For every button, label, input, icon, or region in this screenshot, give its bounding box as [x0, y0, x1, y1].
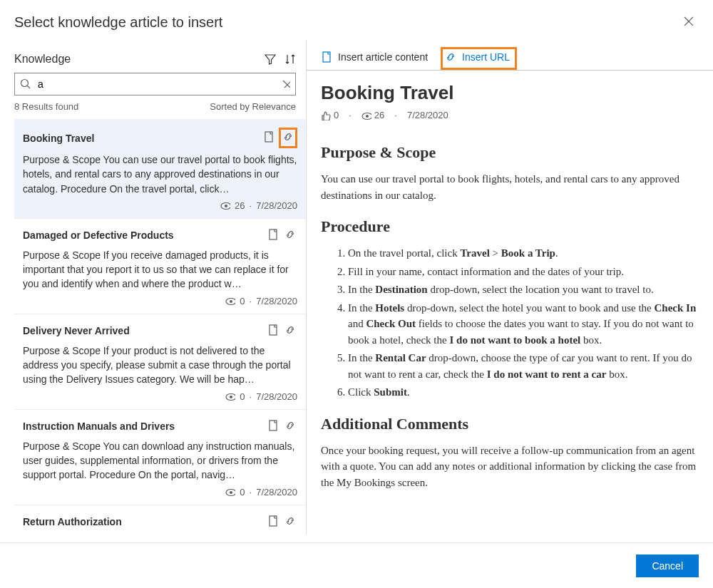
- procedure-list: On the travel portal, click Travel > Boo…: [321, 245, 699, 401]
- result-snippet: Purpose & Scope If you receive damaged p…: [23, 248, 297, 292]
- article-title: Booking Travel: [321, 82, 699, 104]
- document-icon: [267, 515, 279, 527]
- link-icon: [284, 420, 296, 431]
- result-date: 7/28/2020: [256, 296, 297, 306]
- result-title: Damaged or Defective Products: [23, 229, 174, 241]
- tab-insert-url[interactable]: Insert URL: [441, 47, 517, 70]
- link-icon: [284, 515, 296, 527]
- result-views: 26: [235, 200, 245, 211]
- insert-content-button[interactable]: [267, 229, 279, 242]
- eye-icon: [220, 200, 230, 210]
- result-views: 0: [240, 391, 245, 402]
- result-card[interactable]: Delivery Never Arrived Purpose & Scope I…: [14, 314, 306, 410]
- insert-url-button[interactable]: [283, 514, 297, 530]
- insert-content-button[interactable]: [267, 324, 279, 338]
- document-icon: [321, 51, 332, 63]
- insert-url-button[interactable]: [279, 128, 297, 148]
- tab-label: Insert URL: [462, 51, 510, 63]
- document-icon: [267, 420, 279, 431]
- result-views: 0: [240, 487, 245, 497]
- result-title: Booking Travel: [23, 133, 94, 144]
- link-icon: [284, 324, 296, 336]
- results-list[interactable]: Booking Travel Purpose & Scope You can u…: [14, 119, 306, 535]
- insert-content-button[interactable]: [263, 131, 275, 145]
- result-snippet: Purpose & Scope You can download any ins…: [23, 439, 297, 483]
- dialog-title: Select knowledge article to insert: [14, 14, 222, 31]
- insert-url-button[interactable]: [283, 418, 297, 435]
- close-button[interactable]: [680, 13, 696, 31]
- eye-icon: [225, 487, 235, 497]
- result-card[interactable]: Instruction Manuals and Drivers Purpose …: [14, 410, 306, 505]
- result-date: 7/28/2020: [256, 391, 297, 402]
- link-icon: [284, 229, 296, 240]
- document-icon: [267, 324, 279, 336]
- eye-icon: [225, 296, 235, 306]
- result-date: 7/28/2020: [256, 200, 297, 211]
- article-likes: 0: [321, 110, 339, 120]
- link-icon: [445, 51, 456, 63]
- result-snippet: Purpose & Scope You can use our travel p…: [23, 153, 297, 196]
- result-title: Delivery Never Arrived: [23, 325, 130, 336]
- tab-insert-content[interactable]: Insert article content: [317, 47, 435, 70]
- result-card[interactable]: Booking Travel Purpose & Scope You can u…: [14, 119, 306, 219]
- result-snippet: Purpose & Scope If your product is not d…: [23, 344, 297, 387]
- result-card[interactable]: Damaged or Defective Products Purpose & …: [14, 219, 306, 314]
- panel-title: Knowledge: [14, 53, 71, 66]
- search-icon: [20, 78, 31, 90]
- result-title: Return Authorization: [23, 516, 122, 527]
- eye-icon: [361, 110, 371, 120]
- thumb-icon: [321, 110, 331, 120]
- link-icon: [282, 131, 294, 143]
- document-icon: [267, 229, 279, 240]
- result-date: 7/28/2020: [256, 487, 297, 497]
- results-count: 8 Results found: [14, 101, 78, 112]
- article-views: 26: [361, 110, 384, 120]
- close-icon: [683, 16, 693, 26]
- result-title: Instruction Manuals and Drivers: [23, 421, 175, 432]
- result-views: 0: [240, 296, 245, 306]
- filter-icon[interactable]: [265, 53, 276, 65]
- article-date: 7/28/2020: [407, 110, 448, 120]
- document-icon: [263, 131, 275, 143]
- insert-url-button[interactable]: [283, 227, 297, 244]
- close-icon: [282, 79, 290, 88]
- clear-search-button[interactable]: [282, 78, 290, 90]
- search-input[interactable]: [14, 73, 296, 96]
- insert-content-button[interactable]: [267, 420, 279, 433]
- insert-content-button[interactable]: [267, 515, 279, 529]
- result-card[interactable]: Return Authorization Purpose & Scope If …: [14, 505, 306, 535]
- sort-icon[interactable]: [284, 53, 296, 65]
- sorted-by: Sorted by Relevance: [210, 101, 296, 112]
- eye-icon: [225, 391, 235, 401]
- insert-url-button[interactable]: [283, 323, 297, 339]
- tab-label: Insert article content: [338, 51, 428, 63]
- cancel-button[interactable]: Cancel: [636, 555, 699, 577]
- article-body: Purpose & Scope You can use our travel p…: [321, 140, 699, 490]
